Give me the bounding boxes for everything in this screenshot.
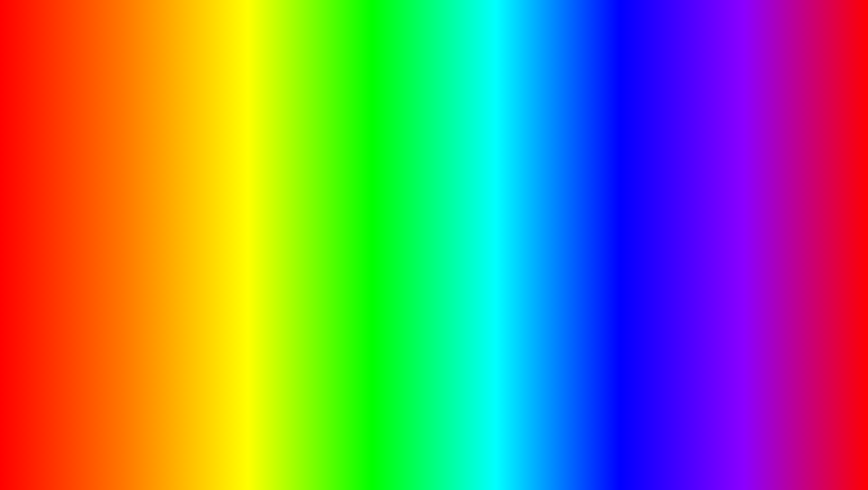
select-weapon-label: Select Weapon : Godhuman <box>105 172 167 178</box>
select-mode-arrow: ▼ <box>274 226 279 231</box>
sidebar-racev4-label: Race V4 <box>573 179 591 184</box>
left-player-name: Sky <box>60 157 69 163</box>
sidebar-item-main[interactable]: ⊞ Main <box>56 165 96 188</box>
sidebar-main-label: Main <box>71 179 81 184</box>
sidebar-item-dungeon[interactable]: 🏰 Dungeon <box>562 257 602 280</box>
right-player-name: Sky <box>567 157 576 163</box>
sidebar-teleport-r-label: Teleport <box>574 248 591 253</box>
left-avatar: 👤 <box>60 140 73 152</box>
auto-farm-label: AUTO FARM <box>28 420 321 469</box>
shop-icon: 🛒 <box>578 306 587 315</box>
auto-next-island-row: ⚙ | Auto Next Island <box>607 222 808 234</box>
kill-aura-row: ⚙ | Kill Aura <box>607 234 808 246</box>
pipe-1: | <box>617 201 618 206</box>
teleport-r-icon: ⚙ <box>578 237 587 246</box>
pipe-4: | <box>617 237 618 243</box>
auto-next-island-icon: ⚙ <box>609 225 613 231</box>
game-background: ❤️ ● ● ● ● ● ● ● ● ● ● ● ● ● ● ● ● <box>5 5 863 485</box>
stats-r-icon: 📊 <box>578 192 587 200</box>
auto-buy-chip-label: Auto Buy Chip Dungeon <box>622 201 675 206</box>
auto-next-island-left: ⚙ | Auto Next Island <box>609 225 658 231</box>
kill-aura-icon: ⚙ <box>609 237 613 243</box>
left-hub-name: Zac's - Hub <box>76 139 125 146</box>
kill-aura-left: ⚙ | Kill Aura <box>609 237 640 243</box>
auto-buy-chip-checkbox[interactable] <box>800 200 806 207</box>
auto-buy-chip-icon: ⚙ <box>609 201 613 207</box>
checkmark-1: ✓ <box>195 190 225 232</box>
main-title: BLOX FRUITS <box>52 12 816 93</box>
pipe-3: | <box>617 225 618 231</box>
sidebar-item-teleport-r[interactable]: ⚙ Teleport <box>562 234 602 257</box>
left-panel-subheader: Sky Hr(s) : 0 Min(s) : 1 Sec(s) : 13 [Pi… <box>56 156 288 165</box>
select-weapon-arrow: ▼ <box>274 172 279 178</box>
player-r-icon: 👤 <box>578 214 587 223</box>
sidebar-shop-label: Shop <box>577 316 587 321</box>
dungeon-icon: 🏰 <box>578 260 587 269</box>
auto-buy-chip-left: ⚙ | Auto Buy Chip Dungeon <box>609 201 675 207</box>
pipe-2: | <box>617 213 618 218</box>
left-fps-label: [FPS] : 30 <box>246 146 283 151</box>
right-game-title: Blox Fruit Update 18 <box>583 146 632 152</box>
auto-next-island-label: Auto Next Island <box>622 225 658 231</box>
sidebar-item-racev4[interactable]: 🏁 Race V4 <box>562 165 602 188</box>
title-container: BLOX FRUITS <box>52 12 816 93</box>
kill-aura-checkbox[interactable] <box>800 237 806 243</box>
left-ping-label: [Ping] : 103.676 (11%CV) <box>227 157 283 163</box>
mobile-android-text: MOBILE ✓ ANDROID ✓ <box>50 190 253 273</box>
auto-start-dungeon-row: ⚙ | Auto Start Dungeon <box>607 210 808 222</box>
select-weapon-row[interactable]: Select Weapon : Godhuman ▼ <box>101 169 283 180</box>
android-label: ANDROID <box>50 232 218 273</box>
auto-start-dungeon-label: Auto Start Dungeon <box>622 213 666 218</box>
checkmark-2: ✓ <box>223 232 253 273</box>
kill-aura-label: Kill Aura <box>622 237 640 243</box>
right-avatar: 👤 <box>567 140 579 152</box>
sidebar-item-player-r[interactable]: 👤 Player <box>562 211 602 234</box>
sidebar-item-fruitesp[interactable]: 🍎 Fruit+Esp <box>562 280 602 303</box>
auto-buy-chip-row: ⚙ | Auto Buy Chip Dungeon <box>607 198 808 210</box>
sidebar-dungeon-label: Dungeon <box>573 271 591 276</box>
script-label: SCRIPT <box>330 425 479 471</box>
left-time-label: [Time] : 09:32:20 <box>246 141 283 146</box>
left-panel-header-left: 👤 Zac's - Hub Blox Fruit Update 18 <box>60 139 125 152</box>
left-panel-header: 👤 Zac's - Hub Blox Fruit Update 18 [Time… <box>56 137 288 156</box>
sidebar-item-stats-r[interactable]: 📊 Stats <box>562 188 602 211</box>
left-time-info: [Time] : 09:32:20 [FPS] : 30 <box>246 141 283 151</box>
bf-logo-inner: 💀 ✕ BLOX FRUITS <box>700 435 827 476</box>
left-session-label: Hr(s) : 0 Min(s) : 1 Sec(s) : 13 <box>116 157 181 163</box>
sidebar-item-shop[interactable]: 🛒 Shop <box>562 303 602 325</box>
right-hub-name: Zac's - Hub <box>583 139 632 146</box>
left-game-title: Blox Fruit Update 18 <box>76 146 125 152</box>
for-label: FOR MOBILE <box>635 169 804 200</box>
main-icon: ⊞ <box>72 169 81 178</box>
work-label: WORK <box>635 140 804 169</box>
bf-cross-icon: ✕ <box>729 433 743 446</box>
sidebar-fruitesp-label: Fruit+Esp <box>573 294 592 298</box>
bf-logo: 💀 ✕ BLOX FRUITS <box>700 435 827 476</box>
right-sidebar: 🏁 Race V4 📊 Stats 👤 Player ⚙ Teleport <box>562 165 603 325</box>
sidebar-stats-r-label: Stats <box>577 202 587 207</box>
work-for-mobile-text: WORK FOR MOBILE <box>635 140 804 200</box>
bf-logo-icon-container: 💀 ✕ <box>700 435 741 476</box>
sidebar-player-r-label: Player <box>576 225 588 230</box>
auto-start-dungeon-checkbox[interactable] <box>800 213 806 219</box>
start-auto-farm-checkbox[interactable] <box>277 241 283 247</box>
auto-start-dungeon-left: ⚙ | Auto Start Dungeon <box>609 213 665 219</box>
auto-next-island-checkbox[interactable] <box>800 225 806 231</box>
racev4-icon: 🏁 <box>578 169 587 178</box>
bf-fruits-text: FRUITS <box>745 455 827 476</box>
pastebin-label: PASTEBIN <box>488 425 689 471</box>
bottom-text-container: AUTO FARM SCRIPT PASTEBIN <box>28 420 689 471</box>
fruitesp-icon: 🍎 <box>578 283 587 292</box>
right-panel-header-left: 👤 Zac's - Hub Blox Fruit Update 18 <box>567 139 632 152</box>
main-container: ❤️ ● ● ● ● ● ● ● ● ● ● ● ● ● ● ● ● <box>0 0 868 490</box>
mobile-label: MOBILE <box>50 194 190 228</box>
bf-text: BLOX FRUITS <box>745 435 827 476</box>
auto-start-dungeon-icon: ⚙ <box>609 213 613 219</box>
